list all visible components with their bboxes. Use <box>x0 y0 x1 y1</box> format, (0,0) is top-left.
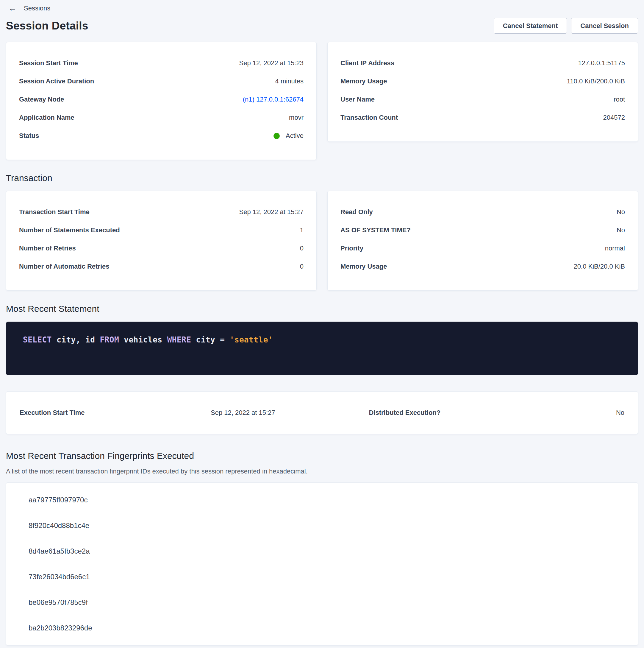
session-active-duration-value: 4 minutes <box>275 77 303 85</box>
read-only-label: Read Only <box>341 208 373 216</box>
table-row: Client IP Address 127.0.0.1:51175 <box>341 57 625 70</box>
fingerprints-card: aa79775ff097970c 8f920c40d88b1c4e 8d4ae6… <box>6 482 638 646</box>
list-item: 8d4ae61a5fb3ce2a <box>6 538 638 564</box>
retries-value: 0 <box>300 245 303 252</box>
as-of-system-time-label: AS OF SYSTEM TIME? <box>341 226 411 234</box>
distributed-execution-value: No <box>616 409 624 417</box>
session-summary-cards: Session Start Time Sep 12, 2022 at 15:23… <box>6 42 638 160</box>
cancel-statement-button[interactable]: Cancel Statement <box>494 18 567 34</box>
session-details-page: ← Sessions Session Details Cancel Statem… <box>0 0 644 646</box>
table-row: Status Active <box>19 129 303 142</box>
sql-statement: SELECT city, id FROM vehicles WHERE city… <box>23 335 273 344</box>
execution-start-time-value: Sep 12, 2022 at 15:27 <box>211 409 275 417</box>
page-title: Session Details <box>6 20 89 32</box>
memory-usage-label: Memory Usage <box>341 77 387 85</box>
table-row: Application Name movr <box>19 111 303 124</box>
distributed-execution-label: Distributed Execution? <box>369 409 441 417</box>
status-value: Active <box>286 132 303 140</box>
sql-keyword: FROM <box>100 335 119 344</box>
statements-executed-value: 1 <box>300 226 303 234</box>
table-row: Number of Retries 0 <box>19 242 303 255</box>
fingerprints-description: A list of the most recent transaction fi… <box>6 468 638 475</box>
execution-start-time-row: Execution Start Time Sep 12, 2022 at 15:… <box>20 409 320 417</box>
txn-memory-usage-value: 20.0 KiB/20.0 KiB <box>574 263 625 270</box>
statement-section-heading: Most Recent Statement <box>6 304 638 314</box>
table-row: Session Active Duration 4 minutes <box>19 75 303 88</box>
transaction-cards: Transaction Start Time Sep 12, 2022 at 1… <box>6 191 638 291</box>
table-row: Session Start Time Sep 12, 2022 at 15:23 <box>19 57 303 70</box>
as-of-system-time-value: No <box>617 226 625 234</box>
transaction-start-time-value: Sep 12, 2022 at 15:27 <box>239 208 303 216</box>
txn-memory-usage-label: Memory Usage <box>341 263 387 270</box>
execution-card: Execution Start Time Sep 12, 2022 at 15:… <box>6 391 638 434</box>
table-row: User Name root <box>341 93 625 106</box>
gateway-node-link[interactable]: (n1) 127.0.0.1:62674 <box>243 96 303 103</box>
cancel-session-button[interactable]: Cancel Session <box>571 18 638 34</box>
session-active-duration-label: Session Active Duration <box>19 77 94 85</box>
transaction-left-card: Transaction Start Time Sep 12, 2022 at 1… <box>6 191 317 291</box>
sql-text: city, id <box>52 335 100 344</box>
list-item: be06e9570f785c9f <box>6 590 638 615</box>
application-name-value: movr <box>289 114 303 121</box>
table-row: Gateway Node (n1) 127.0.0.1:62674 <box>19 93 303 106</box>
transaction-section-heading: Transaction <box>6 173 638 183</box>
application-name-label: Application Name <box>19 114 74 121</box>
table-row: Number of Statements Executed 1 <box>19 224 303 237</box>
transaction-count-label: Transaction Count <box>341 114 398 121</box>
user-name-value: root <box>613 96 625 103</box>
list-item: 73fe26034bd6e6c1 <box>6 564 638 590</box>
status-active-dot-icon <box>274 133 280 139</box>
client-ip-label: Client IP Address <box>341 59 394 67</box>
sql-text: city = <box>191 335 229 344</box>
sql-text: vehicles <box>119 335 167 344</box>
automatic-retries-value: 0 <box>300 263 303 270</box>
session-start-time-label: Session Start Time <box>19 59 78 67</box>
priority-label: Priority <box>341 245 363 252</box>
client-ip-value: 127.0.0.1:51175 <box>578 59 625 67</box>
session-right-card: Client IP Address 127.0.0.1:51175 Memory… <box>327 42 638 142</box>
list-item: ba2b203b823296de <box>6 615 638 641</box>
list-item: aa79775ff097970c <box>6 487 638 513</box>
retries-label: Number of Retries <box>19 245 76 252</box>
user-name-label: User Name <box>341 96 375 103</box>
read-only-value: No <box>617 208 625 216</box>
session-left-card: Session Start Time Sep 12, 2022 at 15:23… <box>6 42 317 160</box>
distributed-execution-row: Distributed Execution? No <box>320 409 625 417</box>
fingerprints-section-heading: Most Recent Transaction Fingerprints Exe… <box>6 451 638 461</box>
breadcrumb[interactable]: ← Sessions <box>8 3 50 14</box>
table-row: Transaction Count 204572 <box>341 111 625 124</box>
table-row: AS OF SYSTEM TIME? No <box>341 224 625 237</box>
execution-start-time-label: Execution Start Time <box>20 409 84 417</box>
list-item: 8f920c40d88b1c4e <box>6 513 638 538</box>
transaction-start-time-label: Transaction Start Time <box>19 208 90 216</box>
status-label: Status <box>19 132 39 140</box>
header-actions: Cancel Statement Cancel Session <box>494 18 638 34</box>
gateway-node-label: Gateway Node <box>19 96 64 103</box>
table-row: Memory Usage 20.0 KiB/20.0 KiB <box>341 260 625 273</box>
page-header: Session Details Cancel Statement Cancel … <box>6 18 638 34</box>
sql-keyword: WHERE <box>167 335 191 344</box>
table-row: Priority normal <box>341 242 625 255</box>
automatic-retries-label: Number of Automatic Retries <box>19 263 110 270</box>
statements-executed-label: Number of Statements Executed <box>19 226 120 234</box>
table-row: Number of Automatic Retries 0 <box>19 260 303 273</box>
status-badge: Active <box>274 132 303 140</box>
breadcrumb-sessions-link[interactable]: Sessions <box>24 4 50 12</box>
table-row: Memory Usage 110.0 KiB/200.0 KiB <box>341 75 625 88</box>
priority-value: normal <box>605 245 625 252</box>
memory-usage-value: 110.0 KiB/200.0 KiB <box>567 77 625 85</box>
transaction-right-card: Read Only No AS OF SYSTEM TIME? No Prior… <box>327 191 638 291</box>
table-row: Transaction Start Time Sep 12, 2022 at 1… <box>19 206 303 219</box>
session-start-time-value: Sep 12, 2022 at 15:23 <box>239 59 303 67</box>
sql-string-literal: 'seattle' <box>230 335 273 344</box>
transaction-count-value: 204572 <box>603 114 625 121</box>
sql-statement-box: SELECT city, id FROM vehicles WHERE city… <box>6 322 638 375</box>
sql-keyword: SELECT <box>23 335 52 344</box>
back-arrow-icon[interactable]: ← <box>8 4 17 12</box>
table-row: Read Only No <box>341 206 625 219</box>
